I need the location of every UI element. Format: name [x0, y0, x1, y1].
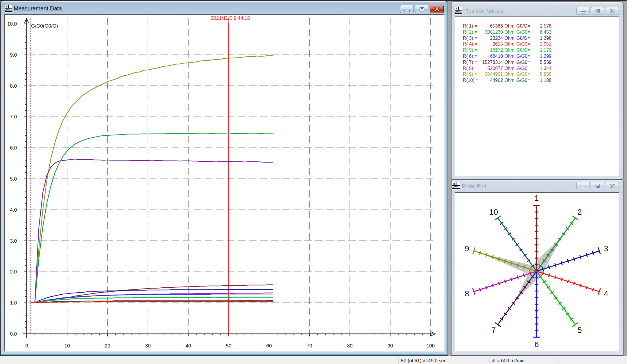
svg-text:3.0: 3.0	[10, 238, 17, 244]
svg-text:4: 4	[604, 289, 608, 298]
svg-text:90: 90	[388, 343, 393, 349]
svg-text:1: 1	[534, 194, 539, 203]
svg-text:5.0: 5.0	[10, 176, 17, 182]
svg-text:4.0: 4.0	[10, 207, 17, 213]
svg-text:10.0: 10.0	[7, 21, 17, 27]
svg-text:2: 2	[577, 208, 582, 217]
svg-text:10: 10	[65, 343, 70, 349]
svg-text:9.0: 9.0	[10, 52, 17, 58]
svg-text:5: 5	[577, 326, 582, 335]
svg-text:0.0: 0.0	[10, 331, 17, 337]
svg-text:1.0: 1.0	[10, 300, 17, 306]
svg-text:60: 60	[266, 343, 272, 349]
svg-text:7.0: 7.0	[10, 114, 17, 120]
svg-text:40: 40	[186, 343, 191, 349]
svg-text:100: 100	[427, 343, 435, 349]
svg-text:70: 70	[307, 343, 312, 349]
svg-text:30: 30	[145, 343, 151, 349]
svg-text:2.0: 2.0	[10, 269, 17, 275]
svg-text:0: 0	[25, 343, 28, 349]
svg-text:G/G0(G0/G): G/G0(G0/G)	[31, 23, 58, 29]
svg-text:6.0: 6.0	[10, 145, 17, 151]
svg-text:8.0: 8.0	[10, 83, 17, 89]
svg-text:6: 6	[534, 340, 539, 349]
svg-text:80: 80	[347, 343, 353, 349]
svg-text:50: 50	[226, 343, 232, 349]
svg-text:20: 20	[105, 343, 110, 349]
svg-text:8: 8	[465, 289, 469, 298]
svg-text:9: 9	[465, 244, 469, 253]
svg-text:10: 10	[489, 208, 498, 217]
svg-text:2021/11/5 9:44:10: 2021/11/5 9:44:10	[211, 15, 250, 21]
svg-text:7: 7	[491, 326, 496, 335]
svg-text:3: 3	[604, 244, 608, 253]
